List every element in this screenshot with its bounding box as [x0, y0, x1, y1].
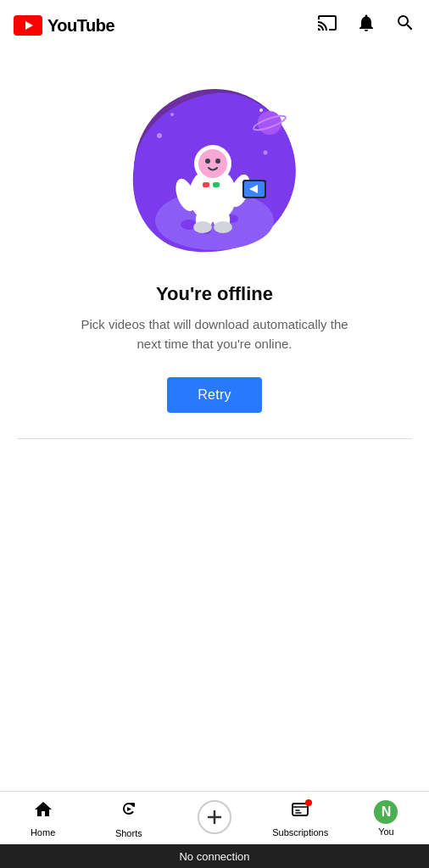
home-label: Home	[31, 827, 55, 837]
search-icon[interactable]	[395, 13, 415, 38]
svg-point-16	[205, 159, 210, 164]
svg-point-27	[193, 221, 212, 233]
retry-button[interactable]: Retry	[167, 377, 262, 413]
nav-item-subscriptions[interactable]: Subscriptions	[258, 799, 343, 837]
shorts-label: Shorts	[115, 828, 142, 838]
nav-item-you[interactable]: N You	[343, 800, 429, 837]
no-connection-bar: No connection	[0, 844, 429, 868]
offline-title: You're offline	[156, 283, 273, 305]
bell-icon[interactable]	[356, 13, 376, 38]
cast-icon[interactable]	[317, 13, 337, 38]
bottom-nav: Home Shorts	[0, 791, 429, 868]
svg-point-7	[258, 111, 281, 135]
svg-rect-18	[203, 182, 209, 187]
nav-items: Home Shorts	[0, 792, 429, 844]
svg-point-28	[214, 221, 232, 233]
offline-description: Pick videos that will download automatic…	[79, 315, 350, 353]
svg-rect-19	[213, 182, 220, 187]
svg-point-15	[198, 149, 227, 178]
subscriptions-label: Subscriptions	[272, 827, 328, 837]
add-button[interactable]	[198, 800, 231, 834]
svg-point-17	[215, 159, 220, 164]
main-content: You're offline Pick videos that will dow…	[0, 51, 429, 456]
shorts-icon	[118, 798, 140, 826]
app-header: YouTube	[0, 0, 429, 51]
svg-marker-29	[127, 807, 131, 811]
offline-illustration	[121, 76, 308, 263]
nav-item-add[interactable]	[171, 800, 257, 837]
nav-item-home[interactable]: Home	[0, 799, 86, 837]
no-connection-text: No connection	[179, 850, 249, 863]
subscriptions-icon	[290, 799, 310, 825]
logo-area: YouTube	[14, 15, 114, 36]
svg-point-10	[170, 113, 174, 116]
youtube-logo-icon	[14, 15, 42, 36]
header-icons	[317, 13, 415, 38]
svg-point-12	[259, 108, 263, 112]
svg-point-9	[157, 133, 162, 138]
youtube-wordmark: YouTube	[47, 16, 114, 36]
you-label: You	[378, 826, 394, 837]
you-avatar: N	[374, 800, 398, 824]
notification-dot	[305, 799, 312, 806]
nav-item-shorts[interactable]: Shorts	[86, 798, 171, 838]
home-icon	[33, 799, 53, 825]
svg-point-11	[264, 151, 268, 155]
content-divider	[17, 438, 412, 439]
